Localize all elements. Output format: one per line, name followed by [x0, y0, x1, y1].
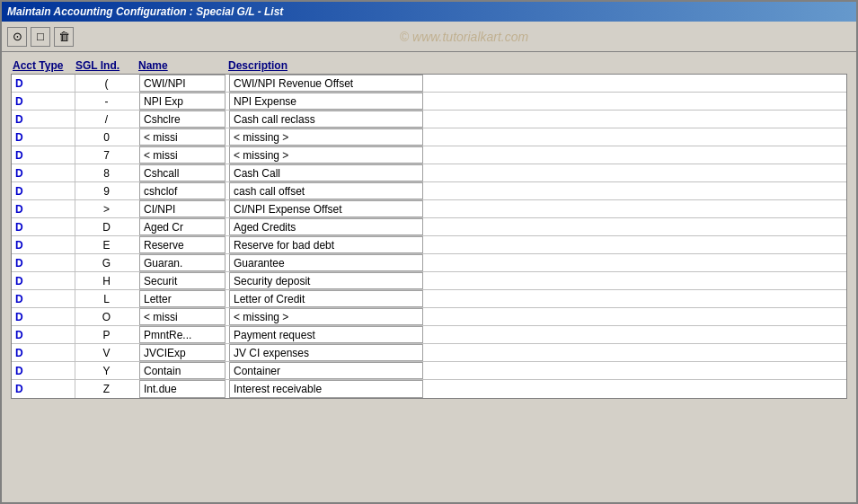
- cell-name[interactable]: < missi: [139, 146, 226, 164]
- table-row[interactable]: D-NPI ExpNPI Expense: [12, 93, 846, 111]
- search-button[interactable]: ⊙: [7, 27, 27, 47]
- header-description: Description: [228, 59, 426, 72]
- cell-description[interactable]: Payment request: [229, 326, 423, 343]
- cell-acct-type: D: [12, 290, 75, 307]
- cell-description[interactable]: Cash Call: [229, 164, 423, 181]
- header-acct-type: Acct Type: [13, 59, 75, 72]
- cell-acct-type: D: [12, 111, 75, 128]
- cell-description[interactable]: < missing >: [229, 146, 423, 164]
- cell-sgl-ind: 8: [75, 164, 137, 181]
- cell-description[interactable]: Reserve for bad debt: [229, 236, 423, 253]
- table-row[interactable]: DGGuaran.Guarantee: [12, 254, 846, 272]
- cell-sgl-ind: L: [75, 290, 137, 307]
- table-row[interactable]: DDAged CrAged Credits: [12, 218, 846, 236]
- title-bar: Maintain Accounting Configuration : Spec…: [2, 2, 856, 22]
- table-row[interactable]: D>CI/NPICI/NPI Expense Offset: [12, 200, 846, 218]
- cell-description[interactable]: < missing >: [229, 128, 423, 146]
- table-row[interactable]: DEReserveReserve for bad debt: [12, 236, 846, 254]
- cell-acct-type: D: [12, 362, 75, 379]
- cell-name[interactable]: < missi: [139, 128, 226, 146]
- table-row[interactable]: D(CWI/NPICWI/NPI Revenue Offset: [12, 75, 846, 93]
- table-row[interactable]: DHSecuritSecurity deposit: [12, 272, 846, 290]
- cell-description[interactable]: CWI/NPI Revenue Offset: [229, 75, 423, 92]
- cell-sgl-ind: 0: [75, 128, 137, 146]
- cell-description[interactable]: Letter of Credit: [229, 290, 423, 307]
- cell-description[interactable]: NPI Expense: [229, 93, 423, 110]
- cell-name[interactable]: Contain: [139, 362, 226, 379]
- cell-description[interactable]: CI/NPI Expense Offset: [229, 200, 423, 217]
- cell-name[interactable]: Int.due: [139, 380, 226, 398]
- cell-description[interactable]: Guarantee: [229, 254, 423, 271]
- cell-acct-type: D: [12, 75, 75, 92]
- cell-description[interactable]: Cash call reclass: [229, 111, 423, 128]
- cell-name[interactable]: Aged Cr: [139, 218, 226, 235]
- table-row[interactable]: DYContainContainer: [12, 362, 846, 380]
- data-table: D(CWI/NPICWI/NPI Revenue OffsetD-NPI Exp…: [11, 74, 847, 399]
- cell-acct-type: D: [12, 254, 75, 271]
- column-headers: Acct Type SGL Ind. Name Description: [11, 59, 847, 72]
- cell-acct-type: D: [12, 326, 75, 343]
- cell-sgl-ind: P: [75, 326, 137, 343]
- table-row[interactable]: DPPmntRe...Payment request: [12, 326, 846, 344]
- cell-acct-type: D: [12, 344, 75, 361]
- cell-sgl-ind: O: [75, 308, 137, 325]
- cell-sgl-ind: (: [75, 75, 137, 92]
- cell-name[interactable]: < missi: [139, 308, 226, 325]
- cell-acct-type: D: [12, 308, 75, 325]
- cell-name[interactable]: PmntRe...: [139, 326, 226, 343]
- header-name: Name: [138, 59, 228, 72]
- cell-description[interactable]: < missing >: [229, 308, 423, 325]
- cell-description[interactable]: JV CI expenses: [229, 344, 423, 361]
- cell-sgl-ind: H: [75, 272, 137, 289]
- document-button[interactable]: □: [31, 27, 50, 47]
- cell-name[interactable]: Letter: [139, 290, 226, 307]
- cell-acct-type: D: [12, 218, 75, 235]
- cell-description[interactable]: Container: [229, 362, 423, 379]
- cell-sgl-ind: 7: [75, 146, 137, 164]
- cell-sgl-ind: Y: [75, 362, 137, 379]
- table-row[interactable]: DO< missi< missing >: [12, 308, 846, 326]
- cell-sgl-ind: D: [75, 218, 137, 235]
- cell-sgl-ind: G: [75, 254, 137, 271]
- cell-name[interactable]: NPI Exp: [139, 93, 226, 110]
- table-row[interactable]: D0< missi< missing >: [12, 128, 846, 146]
- cell-name[interactable]: CI/NPI: [139, 200, 226, 217]
- table-row[interactable]: D8CshcallCash Call: [12, 164, 846, 182]
- table-row[interactable]: D9cshclofcash call offset: [12, 182, 846, 200]
- table-row[interactable]: DZInt.dueInterest receivable: [12, 380, 846, 398]
- cell-acct-type: D: [12, 380, 75, 398]
- cell-name[interactable]: Cshclre: [139, 111, 226, 128]
- cell-description[interactable]: Aged Credits: [229, 218, 423, 235]
- cell-name[interactable]: cshclof: [139, 182, 226, 199]
- watermark: © www.tutorialkart.com: [77, 30, 851, 44]
- table-row[interactable]: DLLetterLetter of Credit: [12, 290, 846, 308]
- cell-acct-type: D: [12, 164, 75, 181]
- table-row[interactable]: D7< missi< missing >: [12, 146, 846, 164]
- cell-sgl-ind: 9: [75, 182, 137, 199]
- cell-name[interactable]: Guaran.: [139, 254, 226, 271]
- cell-acct-type: D: [12, 128, 75, 146]
- cell-name[interactable]: JVCIExp: [139, 344, 226, 361]
- cell-acct-type: D: [12, 182, 75, 199]
- cell-name[interactable]: Securit: [139, 272, 226, 289]
- cell-name[interactable]: Cshcall: [139, 164, 226, 181]
- cell-acct-type: D: [12, 236, 75, 253]
- cell-name[interactable]: CWI/NPI: [139, 75, 226, 92]
- header-sgl-ind: SGL Ind.: [75, 59, 138, 72]
- content-area: Acct Type SGL Ind. Name Description D(CW…: [2, 52, 856, 502]
- cell-description[interactable]: Interest receivable: [229, 380, 423, 398]
- cell-description[interactable]: cash call offset: [229, 182, 423, 199]
- cell-sgl-ind: -: [75, 93, 137, 110]
- cell-name[interactable]: Reserve: [139, 236, 226, 253]
- cell-description[interactable]: Security deposit: [229, 272, 423, 289]
- cell-acct-type: D: [12, 93, 75, 110]
- cell-acct-type: D: [12, 146, 75, 164]
- table-row[interactable]: D/CshclreCash call reclass: [12, 111, 846, 128]
- cell-acct-type: D: [12, 200, 75, 217]
- table-row[interactable]: DVJVCIExpJV CI expenses: [12, 344, 846, 362]
- cell-sgl-ind: Z: [75, 380, 137, 398]
- delete-button[interactable]: 🗑: [54, 27, 74, 47]
- cell-sgl-ind: E: [75, 236, 137, 253]
- window-title: Maintain Accounting Configuration : Spec…: [7, 5, 283, 18]
- toolbar: ⊙ □ 🗑 © www.tutorialkart.com: [2, 22, 856, 52]
